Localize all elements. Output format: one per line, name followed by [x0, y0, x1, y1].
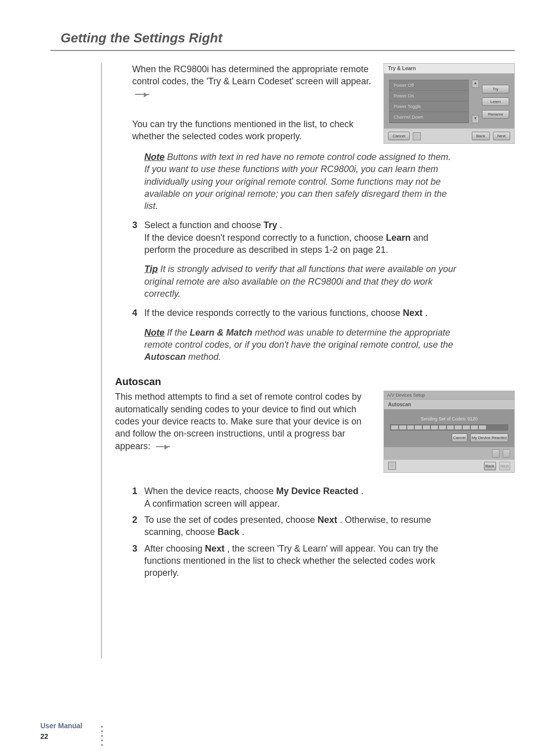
- next-word: Next: [403, 308, 422, 318]
- autoscan-heading: Autoscan: [115, 375, 428, 389]
- note-2: Note If the Learn & Match method was una…: [144, 327, 457, 363]
- intro-text: When the RC9800i has determined the appr…: [132, 63, 374, 142]
- device2-foot2: Back Next: [384, 460, 514, 472]
- page: Getting the Settings Right When the RC98…: [0, 0, 545, 756]
- back-button[interactable]: Back: [472, 132, 490, 140]
- device1-footer: Cancel Back Next: [384, 128, 514, 143]
- autoscan-word: Autoscan: [144, 352, 186, 362]
- device2: A/V Devices Setup Autoscan Sending Set o…: [384, 391, 515, 473]
- try-word: Try: [263, 220, 277, 230]
- step-3: 3 Select a function and choose Try . If …: [132, 219, 445, 256]
- text: .: [361, 486, 363, 496]
- device1-scrollbar[interactable]: ▲ ▼: [472, 80, 479, 123]
- autoscan-step-2: 2 To use the set of codes presented, cho…: [132, 514, 445, 538]
- main-column: When the RC9800i has determined the appr…: [101, 63, 515, 659]
- text: After choosing: [144, 544, 205, 554]
- scroll-down-icon[interactable]: ▼: [472, 115, 479, 123]
- text: Select a function and choose: [144, 220, 263, 230]
- learn-word: Learn: [386, 233, 411, 243]
- disabled-button: [503, 449, 510, 458]
- text: .: [242, 527, 244, 537]
- text: To use the set of codes presented, choos…: [144, 515, 317, 525]
- device2-titlebar: A/V Devices Setup: [384, 391, 514, 400]
- text: .: [280, 220, 282, 230]
- title-rule: [50, 50, 515, 51]
- sending-label: Sending Set of Codes: 9120: [390, 416, 508, 421]
- device2-title: A/V Devices Setup: [387, 393, 425, 398]
- list-item[interactable]: Power Off: [390, 80, 468, 91]
- autoscan-screenshot: A/V Devices Setup Autoscan Sending Set o…: [384, 391, 515, 473]
- text: .: [425, 308, 427, 318]
- keyboard-icon[interactable]: [388, 462, 396, 470]
- text: This method attempts to find a set of re…: [115, 392, 361, 451]
- chapter-title: Getting the Settings Right: [61, 30, 515, 46]
- decorative-dots: [101, 726, 103, 746]
- scroll-up-icon[interactable]: ▲: [472, 80, 479, 88]
- intro-p1: When the RC9800i has determined the appr…: [132, 63, 374, 100]
- arrow-icon: [156, 446, 170, 447]
- autoscan-step-1: 1 When the device reacts, choose My Devi…: [132, 485, 445, 510]
- next-word: Next: [205, 544, 225, 554]
- device1-footer-left: Cancel: [388, 132, 421, 140]
- step-number: 4: [132, 307, 144, 319]
- device1-footer-right: Back Next: [472, 132, 510, 140]
- note-1: Note Buttons with text in red have no re…: [144, 151, 457, 212]
- tip-label: Tip: [144, 264, 158, 274]
- list-item[interactable]: Power Toggle: [390, 101, 468, 112]
- note-label: Note: [144, 152, 165, 162]
- text: If the device responds correctly to the …: [144, 308, 403, 318]
- page-number: 22: [40, 732, 48, 740]
- step-number: 3: [132, 219, 144, 256]
- back-word: Back: [217, 527, 239, 537]
- step-number: 1: [132, 485, 144, 510]
- cancel-button[interactable]: Cancel: [388, 132, 410, 140]
- step-body: When the device reacts, choose My Device…: [144, 485, 445, 510]
- step-body: If the device responds correctly to the …: [144, 307, 445, 319]
- step-4: 4 If the device responds correctly to th…: [132, 307, 445, 319]
- device2-foot: [384, 447, 514, 460]
- learn-match-word: Learn & Match: [190, 328, 252, 338]
- intro-row: When the RC9800i has determined the appr…: [132, 63, 515, 144]
- autoscan-step-3: 3 After choosing Next , the screen 'Try …: [132, 543, 445, 579]
- my-device-reacted-button[interactable]: My Device Reacted: [470, 434, 508, 442]
- note-text: Buttons with text in red have no remote …: [144, 152, 451, 211]
- device2-body: Sending Set of Codes: 9120 Cancel My Dev…: [384, 409, 514, 447]
- intro-p1-text: When the RC9800i has determined the appr…: [132, 64, 371, 86]
- next-button: Next: [499, 462, 510, 470]
- page-footer: User Manual 22: [40, 722, 82, 741]
- cancel-button[interactable]: Cancel: [452, 434, 467, 442]
- autoscan-text: This method attempts to find a set of re…: [115, 391, 374, 452]
- try-button[interactable]: Try: [482, 85, 509, 93]
- text: If the device doesn't respond correctly …: [144, 233, 386, 243]
- device2-actions: Cancel My Device Reacted: [390, 434, 508, 442]
- device1-body: Power Off Power On Power Toggle Channel …: [384, 74, 514, 128]
- rename-button[interactable]: Rename: [482, 110, 509, 119]
- step-number: 3: [132, 543, 144, 579]
- keyboard-icon[interactable]: [413, 132, 421, 140]
- tip-text: It is strongly advised to verify that al…: [144, 264, 456, 299]
- list-item[interactable]: Channel Down: [390, 112, 468, 123]
- text: When the device reacts, choose: [144, 486, 276, 496]
- device2-subheading: Autoscan: [384, 400, 514, 409]
- device1-title: Try & Learn: [384, 64, 514, 74]
- step-body: After choosing Next , the screen 'Try & …: [144, 543, 445, 579]
- next-button[interactable]: Next: [493, 132, 510, 140]
- next-word: Next: [317, 515, 337, 525]
- device1-function-list[interactable]: Power Off Power On Power Toggle Channel …: [389, 80, 469, 123]
- disabled-button: [492, 449, 500, 458]
- intro-p2: You can try the functions mentioned in t…: [132, 118, 374, 143]
- device1: Try & Learn Power Off Power On Power Tog…: [384, 63, 515, 144]
- step-body: To use the set of codes presented, choos…: [144, 514, 445, 538]
- list-item[interactable]: Power On: [390, 91, 468, 101]
- tip-1: Tip It is strongly advised to verify tha…: [144, 263, 457, 300]
- arrow-icon: [135, 94, 149, 95]
- back-button[interactable]: Back: [484, 462, 496, 470]
- text: A confirmation screen will appear.: [144, 499, 280, 509]
- step-body: Select a function and choose Try . If th…: [144, 219, 445, 256]
- text: If the: [167, 328, 190, 338]
- learn-button[interactable]: Learn: [482, 97, 509, 106]
- text: method.: [188, 352, 221, 362]
- my-device-reacted-word: My Device Reacted: [276, 486, 358, 496]
- device1-right-buttons: Try Learn Rename: [482, 80, 509, 123]
- progress-bar: [390, 424, 508, 430]
